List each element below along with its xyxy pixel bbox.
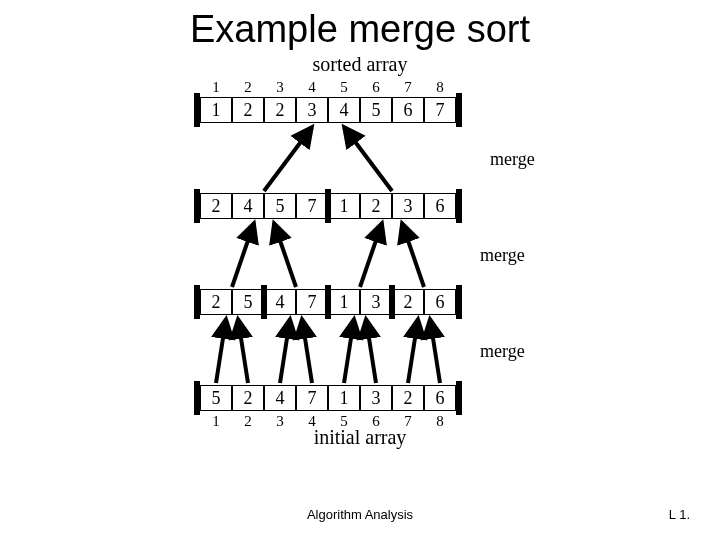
svg-line-12 <box>408 319 418 383</box>
row-initial: 5 2 4 7 1 3 2 6 <box>200 385 456 411</box>
bar <box>194 381 200 415</box>
svg-line-7 <box>238 319 248 383</box>
sorted-array-label: sorted array <box>130 53 590 76</box>
bar <box>325 189 331 223</box>
svg-line-4 <box>360 223 382 287</box>
svg-line-9 <box>302 319 312 383</box>
row-sorted: 1 2 2 3 4 5 6 7 <box>200 97 456 123</box>
bar <box>194 93 200 127</box>
svg-line-0 <box>264 127 312 191</box>
initial-array-label: initial array <box>130 426 590 449</box>
svg-line-8 <box>280 319 290 383</box>
bar <box>194 189 200 223</box>
merge-label-1: merge <box>490 149 535 170</box>
svg-line-10 <box>344 319 354 383</box>
svg-line-13 <box>430 319 440 383</box>
svg-line-2 <box>232 223 254 287</box>
bar <box>456 189 462 223</box>
svg-line-5 <box>402 223 424 287</box>
footer-right: L 1. <box>669 507 690 522</box>
bar <box>389 285 395 319</box>
merge-label-3: merge <box>480 341 525 362</box>
svg-line-6 <box>216 319 226 383</box>
top-indices: 1 2 3 4 5 6 7 8 <box>200 79 456 96</box>
svg-line-3 <box>274 223 296 287</box>
slide-title: Example merge sort <box>0 8 720 51</box>
bar <box>456 285 462 319</box>
bar <box>194 285 200 319</box>
bar <box>456 381 462 415</box>
merge-sort-diagram: sorted array 1 2 3 4 5 6 7 8 1 2 2 3 4 5… <box>130 53 590 473</box>
merge-label-2: merge <box>480 245 525 266</box>
bar <box>456 93 462 127</box>
svg-line-1 <box>344 127 392 191</box>
svg-line-11 <box>366 319 376 383</box>
bar <box>261 285 267 319</box>
footer-center: Algorithm Analysis <box>0 507 720 522</box>
bar <box>325 285 331 319</box>
